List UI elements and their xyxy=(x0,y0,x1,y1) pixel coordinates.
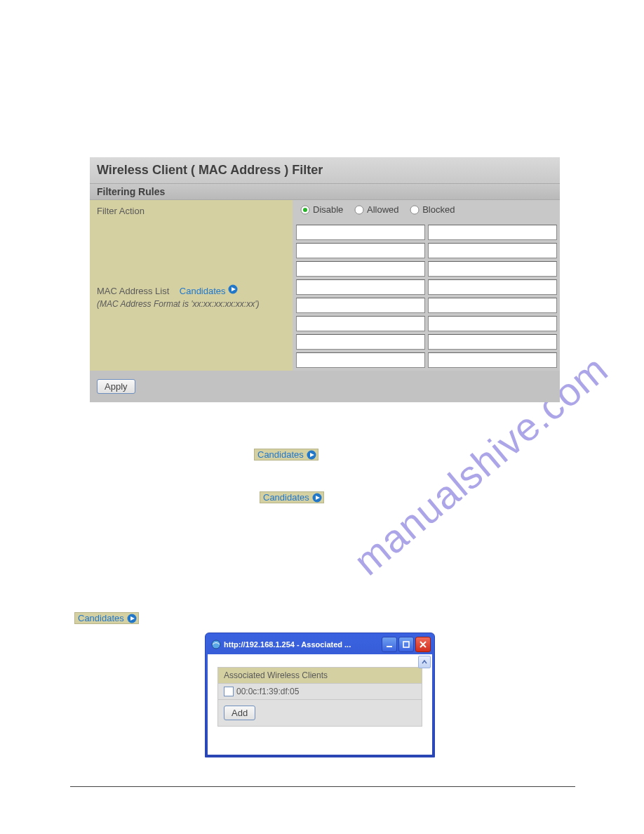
mac-input[interactable] xyxy=(428,261,557,277)
minimize-button[interactable] xyxy=(382,637,397,652)
mac-input[interactable] xyxy=(428,298,557,313)
mac-list-label-cell: MAC Address List Candidates (MAC Address… xyxy=(90,222,293,371)
mac-input[interactable] xyxy=(296,225,425,240)
maximize-button[interactable] xyxy=(398,637,414,652)
play-icon xyxy=(307,450,316,460)
svg-rect-10 xyxy=(403,642,409,647)
filter-action-label: Filter Action xyxy=(90,200,293,222)
candidates-badge[interactable]: Candidates xyxy=(260,491,324,503)
play-icon[interactable] xyxy=(228,284,238,294)
mac-input[interactable] xyxy=(296,352,425,368)
client-mac-value: 00:0c:f1:39:df:05 xyxy=(236,687,299,696)
client-checkbox[interactable] xyxy=(224,687,234,696)
popup-title-text: http://192.168.1.254 - Associated ... xyxy=(224,640,380,649)
mac-input[interactable] xyxy=(428,352,557,368)
apply-button[interactable]: Apply xyxy=(97,379,135,394)
footer-rule xyxy=(70,786,575,787)
mac-input[interactable] xyxy=(428,316,557,331)
filter-panel: Wireless Client ( MAC Address ) Filter F… xyxy=(90,157,560,402)
close-button[interactable] xyxy=(415,637,431,652)
svg-point-3 xyxy=(410,206,419,214)
svg-point-1 xyxy=(303,208,307,212)
popup-body: Associated Wireless Clients 00:0c:f1:39:… xyxy=(208,654,432,755)
candidates-badge-label: Candidates xyxy=(257,449,304,460)
candidates-badge[interactable]: Candidates xyxy=(254,449,318,461)
mac-list-label: MAC Address List xyxy=(97,286,169,296)
candidates-link[interactable]: Candidates xyxy=(180,286,226,296)
candidates-badge-label: Candidates xyxy=(78,613,124,623)
chevron-up-icon xyxy=(422,659,427,665)
assoc-client-row: 00:0c:f1:39:df:05 xyxy=(217,684,422,700)
ie-icon xyxy=(210,639,222,650)
panel-title: Wireless Client ( MAC Address ) Filter xyxy=(90,157,560,184)
associated-clients-popup: http://192.168.1.254 - Associated ... As… xyxy=(205,633,435,757)
mac-input[interactable] xyxy=(428,279,557,295)
assoc-add-row: Add xyxy=(217,700,422,727)
candidates-badge[interactable]: Candidates xyxy=(74,612,139,624)
mac-input[interactable] xyxy=(428,334,557,350)
panel-subtitle: Filtering Rules xyxy=(90,184,560,200)
radio-blocked-label: Blocked xyxy=(422,204,455,215)
mac-input[interactable] xyxy=(296,334,425,350)
popup-titlebar[interactable]: http://192.168.1.254 - Associated ... xyxy=(208,635,432,654)
scroll-up-button[interactable] xyxy=(418,656,431,668)
play-icon xyxy=(127,614,137,623)
assoc-clients-header: Associated Wireless Clients xyxy=(217,667,422,684)
mac-inputs xyxy=(293,222,560,371)
mac-input[interactable] xyxy=(428,243,557,258)
radio-allowed-label: Allowed xyxy=(367,204,399,215)
mac-input[interactable] xyxy=(296,316,425,331)
mac-input[interactable] xyxy=(296,243,425,258)
svg-point-8 xyxy=(212,640,220,649)
mac-input[interactable] xyxy=(428,225,557,240)
mac-input[interactable] xyxy=(296,279,425,295)
mac-format-note: (MAC Address Format is 'xx:xx:xx:xx:xx:x… xyxy=(97,299,286,309)
radio-allowed[interactable]: Allowed xyxy=(354,204,399,215)
svg-rect-9 xyxy=(387,646,392,647)
filter-action-options: Disable Allowed Blocked xyxy=(293,200,560,222)
minimize-icon xyxy=(386,641,393,648)
radio-empty-icon xyxy=(354,205,364,215)
radio-empty-icon xyxy=(410,205,420,215)
add-button[interactable]: Add xyxy=(224,706,255,720)
panel-footer: Apply xyxy=(90,371,560,402)
radio-disable-label: Disable xyxy=(313,204,343,215)
svg-point-2 xyxy=(355,206,363,214)
mac-input[interactable] xyxy=(296,298,425,313)
close-icon xyxy=(420,641,427,648)
candidates-badge-label: Candidates xyxy=(263,492,309,503)
radio-disable[interactable]: Disable xyxy=(300,204,343,215)
mac-input[interactable] xyxy=(296,261,425,277)
radio-blocked[interactable]: Blocked xyxy=(410,204,455,215)
play-icon xyxy=(312,493,322,503)
radio-selected-icon xyxy=(300,205,310,215)
maximize-icon xyxy=(403,641,410,648)
